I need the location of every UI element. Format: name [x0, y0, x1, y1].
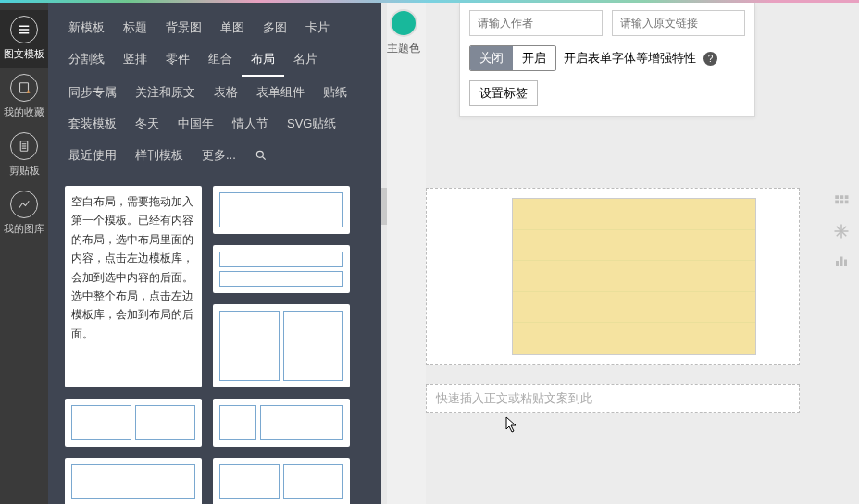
tab-item[interactable]: 冬天: [126, 108, 168, 140]
template-two-cols-short[interactable]: [65, 399, 202, 447]
svg-marker-4: [27, 91, 29, 92]
tab-item[interactable]: 表单组件: [247, 77, 314, 108]
svg-rect-23: [844, 260, 847, 267]
canvas[interactable]: [426, 188, 800, 365]
tab-item[interactable]: 标题: [114, 12, 156, 43]
icon-rail: 图文模板 我的收藏 剪贴板 我的图库: [0, 3, 48, 504]
view-icons: [833, 193, 850, 269]
tab-item[interactable]: 情人节: [223, 108, 278, 140]
svg-rect-16: [845, 201, 849, 204]
set-tags-button[interactable]: 设置标签: [469, 80, 538, 106]
sidebar: 新模板 标题 背景图 单图 多图 卡片 分割线 竖排 零件 组合 布局 名片 同…: [48, 3, 381, 504]
doc-star-icon: [10, 74, 38, 102]
svg-rect-12: [840, 195, 844, 199]
rail-label: 我的图库: [4, 222, 44, 236]
chart-icon[interactable]: [833, 252, 850, 269]
tab-item[interactable]: 样刊模板: [126, 140, 193, 171]
theme-label: 主题色: [387, 41, 420, 56]
template-single[interactable]: [213, 186, 350, 234]
rail-clipboard[interactable]: 剪贴板: [0, 127, 48, 185]
rail-favorites[interactable]: 我的收藏: [0, 68, 48, 127]
tab-item[interactable]: 名片: [284, 43, 327, 77]
scrollbar-thumb[interactable]: [381, 188, 387, 225]
toggle-on[interactable]: 开启: [513, 46, 555, 70]
editor-area: 关闭 开启 开启表单字体等增强特性 ? 设置标签 快速插入正文或粘贴文案到此: [426, 3, 859, 504]
template-scroll[interactable]: 空白布局，需要拖动加入第一个模板。已经有内容的布局，选中布局里面的内容，点击左边…: [48, 175, 381, 504]
tab-item[interactable]: 多图: [254, 12, 296, 43]
image-icon: [10, 191, 38, 218]
svg-rect-15: [840, 201, 844, 204]
toggle-off[interactable]: 关闭: [470, 46, 513, 70]
template-two-cols[interactable]: [213, 304, 350, 387]
theme-color[interactable]: 主题色: [387, 9, 420, 56]
template-split[interactable]: [213, 399, 350, 447]
theme-swatch-icon: [390, 9, 417, 37]
snowflake-icon[interactable]: [833, 223, 850, 240]
rail-label: 图文模板: [4, 47, 44, 61]
tab-item[interactable]: 贴纸: [314, 77, 356, 108]
toggle-label: 开启表单字体等增强特性: [564, 50, 696, 67]
svg-line-10: [263, 157, 266, 160]
svg-rect-11: [835, 195, 839, 199]
tab-item[interactable]: 单图: [211, 12, 254, 43]
form-panel: 关闭 开启 开启表单字体等增强特性 ? 设置标签: [459, 3, 755, 117]
tab-item[interactable]: 零件: [156, 43, 199, 77]
insert-placeholder[interactable]: 快速插入正文或粘贴文案到此: [426, 384, 800, 413]
rail-gallery[interactable]: 我的图库: [0, 185, 48, 243]
svg-point-9: [256, 151, 263, 157]
canvas-wrap: 快速插入正文或粘贴文案到此: [426, 188, 805, 413]
tab-item[interactable]: 表格: [205, 77, 247, 108]
template-card[interactable]: [213, 458, 350, 504]
tab-item[interactable]: 卡片: [296, 12, 339, 43]
scrollbar-track[interactable]: [381, 3, 387, 504]
tab-item[interactable]: 组合: [199, 43, 242, 77]
template-card[interactable]: [65, 458, 202, 504]
tab-item[interactable]: 背景图: [156, 12, 211, 43]
tab-item[interactable]: SVG贴纸: [278, 108, 345, 140]
tab-layout[interactable]: 布局: [242, 43, 284, 77]
tab-item[interactable]: 中国年: [168, 108, 223, 140]
grid-icon[interactable]: [833, 193, 850, 210]
svg-rect-14: [835, 201, 839, 204]
tab-item[interactable]: 关注和原文: [126, 77, 205, 108]
tab-more[interactable]: 更多...: [193, 140, 245, 171]
tab-item[interactable]: 最近使用: [59, 140, 126, 171]
tab-rows: 新模板 标题 背景图 单图 多图 卡片 分割线 竖排 零件 组合 布局 名片 同…: [48, 3, 381, 175]
clipboard-icon: [10, 132, 38, 160]
svg-rect-22: [840, 257, 843, 267]
rail-label: 我的收藏: [4, 105, 44, 119]
tab-item[interactable]: 竖排: [114, 43, 156, 77]
tab-item[interactable]: 套装模板: [59, 108, 126, 140]
rail-templates[interactable]: 图文模板: [0, 10, 48, 68]
feature-toggle[interactable]: 关闭 开启: [469, 45, 556, 71]
help-icon[interactable]: ?: [703, 52, 717, 66]
svg-rect-13: [845, 195, 849, 199]
rail-label: 剪贴板: [9, 164, 40, 178]
source-input[interactable]: [612, 10, 745, 36]
author-input[interactable]: [469, 10, 603, 36]
svg-rect-3: [20, 83, 29, 93]
template-help-card: 空白布局，需要拖动加入第一个模板。已经有内容的布局，选中布局里面的内容，点击左边…: [65, 186, 202, 387]
tab-item[interactable]: 同步专属: [59, 77, 126, 108]
tab-item[interactable]: 新模板: [59, 12, 114, 43]
search-icon[interactable]: [245, 140, 277, 171]
template-two-rows[interactable]: [213, 245, 350, 293]
content-block[interactable]: [512, 198, 756, 355]
tab-item[interactable]: 分割线: [59, 43, 114, 77]
svg-rect-21: [836, 261, 839, 266]
menu-icon: [10, 16, 38, 43]
